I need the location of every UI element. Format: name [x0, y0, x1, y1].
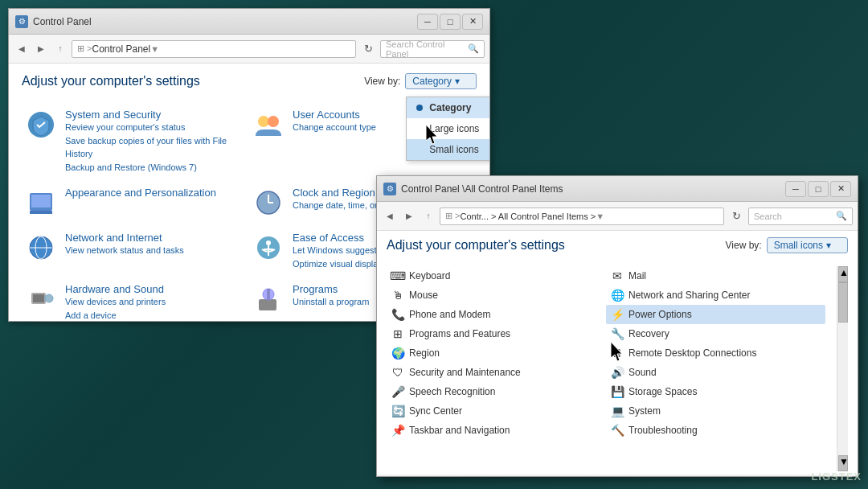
item-troubleshooting[interactable]: 🔨 Troubleshooting	[606, 421, 825, 440]
taskbar-navigation-icon: 📌	[391, 424, 404, 437]
page-title-front: Adjust your computer's settings	[387, 238, 565, 253]
close-button-back[interactable]: ✕	[462, 14, 483, 30]
category-user-accounts-title[interactable]: User Accounts	[293, 109, 376, 121]
view-dropdown-back[interactable]: Category ▾ Category Large icons	[405, 73, 477, 89]
item-power-options[interactable]: ⚡ Power Options	[606, 305, 825, 324]
network-sharing-icon: 🌐	[611, 289, 624, 302]
search-placeholder-back: Search Control Panel	[386, 39, 465, 59]
category-hardware-sound-links: View devices and printers Add a device	[65, 295, 166, 321]
item-mail[interactable]: ✉ Mail	[606, 266, 825, 286]
network-icon	[25, 232, 57, 264]
svg-point-2	[268, 116, 279, 127]
cat-link-add-device[interactable]: Add a device	[65, 309, 166, 322]
svg-rect-17	[33, 294, 44, 302]
item-sync-center[interactable]: 🔄 Sync Center	[387, 401, 606, 421]
cat-link-change-account[interactable]: Change account type	[293, 121, 376, 134]
item-region[interactable]: 🌍 Region	[387, 343, 606, 363]
cat-link-devices[interactable]: View devices and printers	[65, 295, 166, 309]
item-system[interactable]: 💻 System	[606, 401, 825, 421]
cat-link-backup2[interactable]: Backup and Restore (Windows 7)	[65, 161, 246, 175]
category-hardware-sound-content: Hardware and Sound View devices and prin…	[65, 283, 166, 321]
content-area-front: Adjust your computer's settings View by:…	[377, 231, 858, 475]
scrollbar-down-arrow[interactable]: ▼	[838, 455, 848, 471]
category-programs-title[interactable]: Programs	[293, 283, 369, 295]
view-dropdown-front[interactable]: Small icons ▾	[767, 237, 848, 253]
back-button[interactable]: ◀	[14, 40, 30, 58]
category-appearance-content: Appearance and Personalization	[65, 187, 216, 199]
svg-rect-21	[267, 289, 270, 300]
item-windows-defender[interactable]: 🛡 Windows Defender Firewall	[606, 440, 825, 442]
minimize-button-front[interactable]: ─	[785, 181, 806, 197]
svg-rect-19	[259, 299, 276, 310]
cat-link-backup[interactable]: Save backup copies of your files with Fi…	[65, 134, 246, 161]
maximize-button-front[interactable]: □	[808, 181, 829, 197]
refresh-button-front[interactable]: ↻	[727, 208, 745, 225]
keyboard-icon: ⌨	[391, 269, 404, 282]
item-network-sharing[interactable]: 🌐 Network and Sharing Center	[606, 286, 825, 305]
forward-button[interactable]: ▶	[33, 40, 49, 58]
svg-rect-4	[31, 195, 51, 208]
address-bar-front: ◀ ▶ ↑ ⊞ > Contr... > All Control Panel I…	[377, 202, 858, 231]
phone-modem-icon: 📞	[391, 308, 404, 321]
window-icon-front: ⚙	[383, 183, 396, 195]
svg-point-13	[266, 240, 271, 245]
category-user-accounts-content: User Accounts Change account type	[293, 109, 376, 134]
category-hardware-sound: Hardware and Sound View devices and prin…	[22, 277, 249, 321]
address-breadcrumb-front[interactable]: ⊞ > Contr... > All Control Panel Items >…	[440, 208, 724, 225]
up-button-front[interactable]: ↑	[420, 208, 436, 225]
item-taskbar-navigation[interactable]: 📌 Taskbar and Navigation	[387, 421, 606, 440]
address-bar-back: ◀ ▶ ↑ ⊞ > Control Panel ▼ ↻ Search Contr…	[9, 35, 489, 64]
remote-desktop-icon: 🖥	[611, 347, 624, 360]
recovery-icon: 🔧	[611, 327, 624, 340]
user-accounts-icon	[252, 109, 285, 141]
cat-link-uninstall[interactable]: Uninstall a program	[293, 295, 369, 309]
close-button-front[interactable]: ✕	[830, 181, 851, 197]
search-box-back[interactable]: Search Control Panel 🔍	[380, 40, 485, 58]
item-security-maintenance[interactable]: 🛡 Security and Maintenance	[387, 363, 606, 382]
item-programs-features[interactable]: ⊞ Programs and Features	[387, 324, 606, 343]
ease-access-icon	[252, 232, 285, 264]
category-system-security-content: System and Security Review your computer…	[65, 109, 246, 174]
system-icon: 💻	[611, 405, 624, 417]
minimize-button-back[interactable]: ─	[417, 14, 438, 30]
title-bar-front: ⚙ Control Panel \All Control Panel Items…	[377, 176, 858, 202]
address-breadcrumb-back[interactable]: ⊞ > Control Panel ▼	[72, 40, 356, 58]
forward-button-front[interactable]: ▶	[401, 208, 417, 225]
search-icon-front: 🔍	[836, 211, 847, 221]
item-phone-modem[interactable]: 📞 Phone and Modem	[387, 305, 606, 324]
item-user-accounts[interactable]: 👤 User Accounts	[387, 440, 606, 442]
category-appearance-title[interactable]: Appearance and Personalization	[65, 187, 216, 199]
up-button[interactable]: ↑	[52, 40, 68, 58]
search-icon-back: 🔍	[468, 43, 479, 54]
category-system-security-title[interactable]: System and Security	[65, 109, 246, 121]
appearance-icon	[25, 187, 57, 219]
item-speech-recognition[interactable]: 🎤 Speech Recognition	[387, 382, 606, 401]
back-button-front[interactable]: ◀	[382, 208, 398, 225]
item-keyboard[interactable]: ⌨ Keyboard	[387, 266, 606, 286]
dropdown-category-option[interactable]: Category	[407, 97, 489, 118]
scrollbar-thumb[interactable]	[838, 282, 848, 323]
window-title-back: Control Panel	[33, 16, 417, 27]
dropdown-large-icons-option[interactable]: Large icons	[407, 118, 489, 139]
page-title-back: Adjust your computer's settings	[22, 74, 200, 88]
scrollbar-up-arrow[interactable]: ▲	[838, 266, 848, 282]
search-placeholder-front: Search	[754, 212, 782, 221]
cat-link-review[interactable]: Review your computer's status	[65, 121, 246, 134]
category-hardware-sound-title[interactable]: Hardware and Sound	[65, 283, 166, 295]
cat-link-network-status[interactable]: View network status and tasks	[65, 244, 184, 257]
window-control-panel-small-icons: ⚙ Control Panel \All Control Panel Items…	[376, 175, 858, 477]
item-remote-desktop[interactable]: 🖥 Remote Desktop Connections	[606, 343, 825, 363]
maximize-button-back[interactable]: □	[440, 14, 461, 30]
item-sound[interactable]: 🔊 Sound	[606, 363, 825, 382]
scrollbar[interactable]: ▲ ▼	[837, 266, 848, 471]
category-network-title[interactable]: Network and Internet	[65, 232, 184, 244]
hardware-sound-icon	[25, 283, 57, 315]
chevron-down-icon-front: ▾	[826, 240, 831, 251]
refresh-button-back[interactable]: ↻	[359, 40, 377, 58]
item-mouse[interactable]: 🖱 Mouse	[387, 286, 606, 305]
item-storage-spaces[interactable]: 💾 Storage Spaces	[606, 382, 825, 401]
sound-icon: 🔊	[611, 366, 624, 379]
dropdown-small-icons-option[interactable]: Small icons	[407, 139, 489, 160]
search-box-front[interactable]: Search 🔍	[748, 208, 853, 225]
item-recovery[interactable]: 🔧 Recovery	[606, 324, 825, 343]
